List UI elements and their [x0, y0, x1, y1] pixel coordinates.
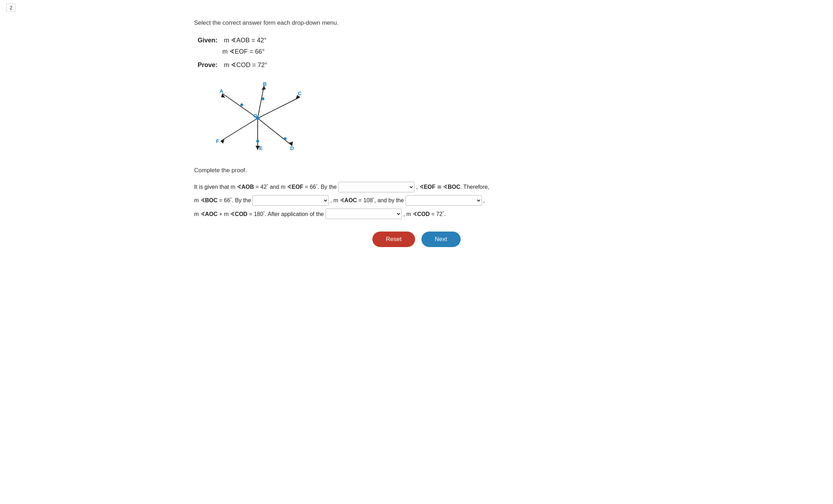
svg-point-21 [262, 97, 264, 100]
svg-line-10 [221, 118, 258, 141]
svg-text:E: E [259, 145, 263, 151]
given-line2: m ∢EOF = 66° [222, 48, 265, 55]
page-number: 2 [6, 4, 16, 12]
svg-text:D: D [290, 145, 294, 151]
complete-proof-label: Complete the proof. [194, 167, 639, 174]
svg-point-23 [284, 137, 287, 140]
dropdown-1[interactable]: Vertical Angles Theorem Supplementary An… [338, 182, 414, 192]
dropdown-2[interactable]: Vertical Angles Theorem Supplementary An… [252, 195, 329, 206]
svg-text:C: C [298, 90, 302, 96]
svg-line-4 [258, 97, 300, 118]
svg-line-2 [258, 86, 264, 118]
svg-point-22 [256, 140, 259, 143]
given-line1: m ∢AOB = 42° [224, 36, 266, 44]
prove-line: m ∢COD = 72° [224, 61, 267, 69]
instruction-text: Select the correct answer form each drop… [194, 19, 639, 26]
reset-button[interactable]: Reset [372, 232, 415, 247]
geometry-diagram: A B C D E F O [201, 79, 314, 157]
next-button[interactable]: Next [421, 232, 461, 247]
svg-line-6 [258, 118, 292, 146]
action-buttons: Reset Next [194, 232, 639, 247]
svg-line-0 [222, 94, 258, 118]
svg-text:B: B [263, 81, 267, 87]
dropdown-3[interactable]: Vertical Angles Theorem Supplementary An… [406, 195, 482, 206]
svg-point-20 [240, 103, 243, 106]
dropdown-4[interactable]: Vertical Angles Theorem Supplementary An… [325, 209, 402, 219]
svg-text:F: F [216, 138, 219, 144]
svg-text:O: O [253, 113, 257, 119]
svg-text:A: A [220, 88, 223, 94]
prove-label: Prove: [198, 61, 222, 69]
proof-text: It is given that m ∢AOB = 42° and m ∢EOF… [194, 180, 639, 221]
given-label: Given: [198, 37, 222, 44]
